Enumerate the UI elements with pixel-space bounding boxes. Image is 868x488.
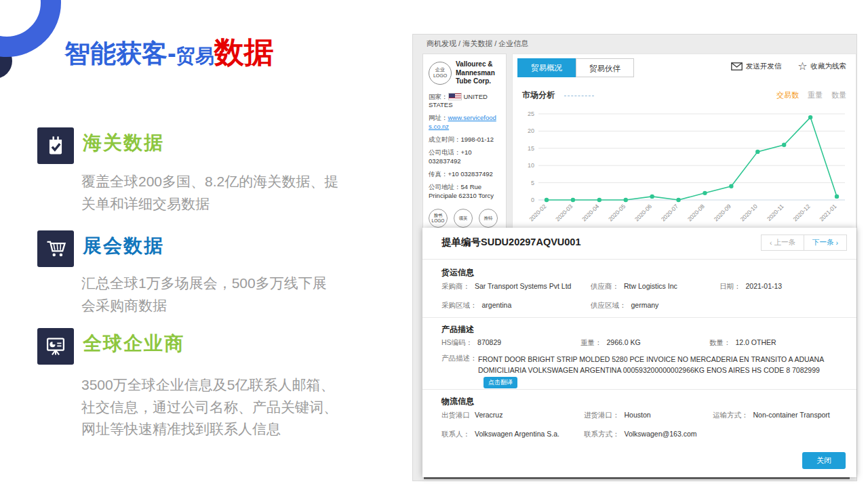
social-links: 脸书 LOGO 领英 推特 <box>429 209 500 228</box>
supplier-region-cell: 供应区域：germany <box>591 301 658 310</box>
envelope-icon <box>731 62 743 70</box>
chart-metric-switcher: 交易数 重量 数量 <box>776 90 846 100</box>
company-country-row: 国家：UNITED STATES <box>429 93 500 110</box>
svg-text:2020-07: 2020-07 <box>660 203 679 222</box>
arrive-port-cell: 进货港口：Houston <box>584 411 651 420</box>
contact-cell: 联系人：Volkswagen Argentina S.a. <box>441 430 559 439</box>
trade-panel: 贸易概况 贸易伙伴 发送开发信 ☆ 收藏为线索 市场分析 <box>512 54 856 231</box>
cart-icon <box>44 237 67 260</box>
facebook-icon[interactable]: 脸书 LOGO <box>429 209 448 228</box>
svg-text:2020-12: 2020-12 <box>791 203 811 222</box>
send-letter-button[interactable]: 发送开发信 <box>731 62 782 71</box>
presentation-icon <box>44 335 67 358</box>
svg-text:10: 10 <box>528 162 534 169</box>
record-nav: ‹上一条 下一条› <box>761 235 847 251</box>
feature-1-heading: 海关数据 <box>83 130 164 156</box>
company-address-row: 公司地址：54 Rue Principale 62310 Torcy <box>429 183 500 200</box>
transport-cell: 运输方式：Non-container Transport <box>713 411 830 420</box>
breadcrumb: 商机发现 / 海关数据 / 企业信息 <box>427 39 528 49</box>
twitter-icon[interactable]: 推特 <box>479 209 498 228</box>
svg-text:0: 0 <box>531 197 534 203</box>
product-desc-text: FRONT DOOR BRIGHT STRIP MOLDED 5280 PCE … <box>478 354 837 388</box>
svg-text:2021-01: 2021-01 <box>818 203 837 222</box>
feature-2-heading: 展会数据 <box>83 233 164 259</box>
customs-data-icon-box <box>37 127 74 164</box>
title-part-blue: 智能获客- <box>64 39 176 68</box>
global-enterprise-icon-box <box>37 328 74 365</box>
panel-actions: 发送开发信 ☆ 收藏为线索 <box>731 61 846 72</box>
feature-3-body: 3500万全球企业信息及5亿联系人邮箱、社交信息，通过公司名称、产品关键词、网址… <box>81 374 340 441</box>
market-analysis-title: 市场分析 <box>522 89 555 101</box>
svg-text:2020-02: 2020-02 <box>528 203 547 222</box>
trade-tabs: 贸易概况 贸易伙伴 <box>517 58 634 77</box>
svg-text:2020-04: 2020-04 <box>580 203 600 222</box>
window-bottom-edge <box>424 477 850 479</box>
svg-text:15: 15 <box>528 145 534 152</box>
svg-text:2020-09: 2020-09 <box>713 203 732 222</box>
svg-text:5: 5 <box>531 180 534 186</box>
close-button[interactable]: 关闭 <box>802 452 846 469</box>
weight-cell: 重量：2966.0 KG <box>580 338 641 348</box>
date-cell: 日期：2021-01-13 <box>719 282 782 291</box>
corner-ring-decoration <box>0 0 61 57</box>
market-analysis-note-dash <box>564 96 594 96</box>
feature-1-body: 覆盖全球200多国、8.2亿的海关数据、提关单和详细交易数据 <box>81 171 340 215</box>
bill-number-title: 提单编号SUDU20297AQVU001 <box>441 236 581 249</box>
market-analysis-chart: 05101520252020-022020-032020-042020-0520… <box>515 104 854 230</box>
tab-trade-overview[interactable]: 贸易概况 <box>517 58 576 77</box>
supplier-cell: 供应商：Rtw Logistics Inc <box>591 282 677 291</box>
feature-3-heading: 全球企业商 <box>83 331 184 357</box>
chevron-left-icon: ‹ <box>770 239 772 247</box>
us-flag-icon <box>448 93 462 100</box>
logistics-section-title: 物流信息 <box>441 396 474 407</box>
app-screenshot: 商机发现 / 海关数据 / 企业信息 企业 LOGO Vallourec & M… <box>412 34 857 481</box>
divider <box>422 259 856 260</box>
svg-text:20: 20 <box>528 127 534 134</box>
hs-code-cell: HS编码：870829 <box>441 338 501 348</box>
divider <box>422 389 856 390</box>
product-desc-label: 产品描述： <box>441 354 482 363</box>
company-website-row: 网址：www.servicefoods.co.nz <box>429 114 500 131</box>
svg-text:2020-08: 2020-08 <box>686 203 706 222</box>
svg-text:2020-03: 2020-03 <box>554 203 574 222</box>
company-logo: 企业 LOGO <box>429 62 452 85</box>
metric-weight[interactable]: 重量 <box>808 90 823 100</box>
feature-2-body: 汇总全球1万多场展会，500多万线下展会采购商数据 <box>81 272 340 317</box>
page-title: 智能获客-贸易数据 <box>64 33 274 73</box>
prev-record-button[interactable]: ‹上一条 <box>761 235 804 251</box>
save-as-lead-button[interactable]: ☆ 收藏为线索 <box>797 61 846 72</box>
product-section-title: 产品描述 <box>441 324 474 336</box>
company-phone-row: 公司电话：+10 032837492 <box>429 148 500 165</box>
company-founded-row: 成立时间：1998-01-12 <box>429 136 500 144</box>
ship-port-cell: 出货港口Veracruz <box>441 411 502 420</box>
quantity-cell: 数量：12.0 OTHER <box>709 338 776 348</box>
company-fax-row: 传真：+10 032837492 <box>429 170 500 178</box>
chevron-right-icon: › <box>836 239 839 247</box>
clipboard-check-icon <box>44 134 67 157</box>
svg-text:2020-10: 2020-10 <box>739 203 759 222</box>
metric-quantity[interactable]: 数量 <box>831 90 846 100</box>
bill-detail-modal: 提单编号SUDU20297AQVU001 ‹上一条 下一条› 货运信息 采购商：… <box>422 228 856 477</box>
star-icon: ☆ <box>797 61 807 72</box>
divider <box>422 317 856 318</box>
buyer-cell: 采购商：Sar Transport Systems Pvt Ltd <box>441 282 571 291</box>
contact-way-cell: 联系方式：Volkswagen@163.com <box>584 430 696 439</box>
buyer-region-cell: 采购区域：argentina <box>441 301 511 310</box>
title-part-blue-small: 贸易 <box>176 45 214 66</box>
tab-trade-partners[interactable]: 贸易伙伴 <box>576 58 634 77</box>
svg-text:2020-05: 2020-05 <box>607 203 627 222</box>
shipping-section-title: 货运信息 <box>441 267 474 279</box>
title-part-red: 数据 <box>214 35 274 68</box>
next-record-button[interactable]: 下一条› <box>804 235 847 251</box>
translate-button[interactable]: 点击翻译 <box>484 377 517 389</box>
metric-transactions[interactable]: 交易数 <box>776 90 799 100</box>
company-name: Vallourec & Mannesman Tube Corp. <box>456 60 500 86</box>
svg-text:2020-06: 2020-06 <box>633 203 653 222</box>
slide: 智能获客-贸易数据 海关数据 覆盖全球200多国、8.2亿的海关数据、提关单和详… <box>0 0 868 488</box>
linkedin-icon[interactable]: 领英 <box>454 209 473 228</box>
svg-text:25: 25 <box>528 110 534 117</box>
svg-text:2020-11: 2020-11 <box>766 203 785 222</box>
exhibition-data-icon-box <box>37 230 74 267</box>
